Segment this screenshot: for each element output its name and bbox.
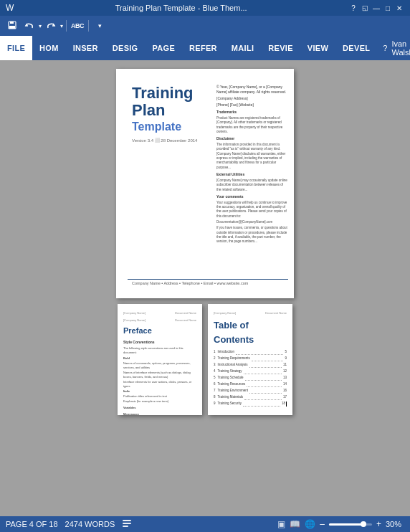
- preface-item-publications: Publication titles referenced in text: [123, 394, 196, 399]
- zoom-fill: [329, 523, 363, 526]
- tab-file[interactable]: FILE: [0, 36, 32, 60]
- save-button[interactable]: [4, 18, 20, 34]
- content-area: Training Plan Template Version 3.4 ⬜ 28 …: [0, 60, 410, 516]
- status-bar: PAGE 4 OF 18 2474 WORDS ▣ 📖 🌐 – + 30%: [0, 516, 410, 532]
- toc-label-8: Training Materials: [218, 395, 244, 400]
- toc-page-3: 11: [283, 363, 287, 368]
- preface-item-monospace: Monospace: [123, 412, 196, 415]
- toc-num-2: 2: [214, 356, 216, 361]
- preface-item-interface: Names of interface elements (such as dia…: [123, 371, 196, 379]
- title-bar: W Training Plan Template - Blue Them... …: [0, 0, 410, 16]
- svg-rect-5: [123, 526, 128, 527]
- preface-section-title: Style Conventions: [123, 340, 196, 346]
- toc-num-9: 9: [214, 402, 216, 407]
- toc-page-2: 9: [285, 356, 287, 361]
- toc-page-9: 18: [282, 402, 285, 407]
- zoom-level: 30%: [386, 520, 404, 528]
- tab-page[interactable]: PAGE: [145, 36, 182, 60]
- toc-page-6: 14: [283, 382, 287, 387]
- tab-design[interactable]: DESIG: [105, 36, 146, 60]
- help-button[interactable]: ?: [348, 3, 358, 13]
- read-mode-btn[interactable]: 📖: [290, 519, 300, 529]
- preface-item-actions: Interface elements for user actions, cli…: [123, 380, 196, 389]
- spellcheck-button[interactable]: ABC: [70, 18, 85, 34]
- tab-mailings[interactable]: MAILI: [224, 36, 261, 60]
- zoom-plus-btn[interactable]: +: [376, 519, 381, 529]
- toc-page-5: 13: [283, 376, 287, 381]
- toc-label-9: Training Security: [218, 402, 242, 407]
- toc-num-4: 4: [214, 369, 216, 374]
- document-right-column: © Year, [Company Name], or a [Company Na…: [216, 85, 288, 246]
- tab-references[interactable]: REFER: [182, 36, 224, 60]
- maximize-button[interactable]: □: [383, 3, 393, 13]
- minimize-button[interactable]: —: [371, 3, 381, 13]
- main-page: Training Plan Template Version 3.4 ⬜ 28 …: [116, 69, 294, 298]
- undo-button[interactable]: [22, 18, 37, 34]
- zoom-thumb: [361, 521, 366, 527]
- status-right: ▣ 📖 🌐 – + 30%: [277, 519, 404, 529]
- word-count-icon[interactable]: [122, 518, 132, 531]
- svg-rect-3: [123, 520, 131, 521]
- preface-item-emphasis: Emphasis (for example a new term): [123, 399, 196, 404]
- top-pages-row: Training Plan Template Version 3.4 ⬜ 28 …: [116, 69, 294, 298]
- preface-item-italic: Italic: [123, 389, 196, 394]
- status-left: PAGE 4 OF 18 2474 WORDS: [6, 518, 132, 531]
- toc-item-9: 9 Training Security 18: [214, 402, 287, 407]
- toc-header-left: [Company Name]: [214, 311, 236, 315]
- tab-insert[interactable]: INSER: [66, 36, 105, 60]
- zoom-slider[interactable]: [329, 523, 372, 526]
- toc-list: 1 Introduction 5 2 Training Requirements…: [214, 350, 287, 407]
- quick-access-toolbar: ▾ ▾ ABC ▾: [0, 16, 410, 36]
- preface-header-left2: [Company Name]: [123, 318, 146, 323]
- word-count: 2474 WORDS: [65, 520, 115, 528]
- window-title: Training Plan Template - Blue Them...: [14, 4, 348, 12]
- redo-dropdown[interactable]: ▾: [60, 23, 63, 29]
- toc-item-6: 6 Training Resources 14: [214, 382, 287, 387]
- title-bar-controls: ? ◱ — □ ✕: [348, 3, 404, 13]
- undo-dropdown[interactable]: ▾: [39, 23, 42, 29]
- zoom-minus-btn[interactable]: –: [320, 519, 325, 529]
- bottom-pages-row: [Company Name] Document Name [Company Na…: [118, 304, 292, 415]
- toc-num-5: 5: [214, 376, 216, 381]
- preface-header-right: Document Name: [175, 311, 196, 315]
- preface-header-left: [Company Name]: [123, 311, 146, 315]
- svg-rect-1: [10, 22, 14, 24]
- toc-label-4: Training Strategy: [218, 369, 242, 374]
- toc-page-8: 17: [283, 395, 287, 400]
- svg-rect-2: [9, 26, 15, 29]
- document-bottom-info: Company Name • Address • Telephone • Ema…: [132, 281, 248, 285]
- preface-body-intro: The following style conventions are used…: [123, 346, 196, 355]
- preface-header: [Company Name] Document Name: [123, 311, 196, 315]
- page-info: PAGE 4 OF 18: [6, 520, 58, 528]
- preface-header-right2: Document Name: [175, 318, 196, 323]
- web-layout-btn[interactable]: 🌐: [305, 519, 315, 529]
- tab-review[interactable]: REVIE: [261, 36, 300, 60]
- toc-item-7: 7 Training Environment 16: [214, 389, 287, 394]
- restore-button[interactable]: ◱: [360, 3, 370, 13]
- preface-title: Preface: [123, 325, 196, 337]
- tab-view[interactable]: VIEW: [300, 36, 335, 60]
- preface-item-variables: Variables: [123, 406, 196, 410]
- tab-developer[interactable]: DEVEL: [335, 36, 377, 60]
- toc-label-3: Instructional Analysis: [218, 363, 248, 368]
- toc-page-7: 16: [283, 389, 287, 394]
- redo-button[interactable]: [43, 18, 59, 34]
- toc-item-3: 3 Instructional Analysis 11: [214, 363, 287, 368]
- toc-item-8: 8 Training Materials 17: [214, 395, 287, 400]
- customize-quick-access[interactable]: ▾: [92, 18, 108, 34]
- tab-home[interactable]: HOM: [32, 36, 66, 60]
- ribbon: FILE HOM INSER DESIG PAGE REFER MAILI RE…: [0, 36, 410, 60]
- toc-header: [Company Name] Document Name: [214, 311, 287, 315]
- print-layout-view-btn[interactable]: ▣: [277, 519, 285, 529]
- help-question-icon[interactable]: ?: [383, 44, 387, 52]
- title-bar-left: W: [6, 3, 14, 13]
- document-title: Training Plan: [132, 85, 225, 119]
- toc-num-6: 6: [214, 382, 216, 387]
- toc-num-3: 3: [214, 363, 216, 368]
- preface-item-bold: Bold: [123, 356, 196, 361]
- toc-title: Table of Contents: [214, 318, 287, 346]
- toc-label-1: Introduction: [218, 350, 235, 355]
- user-name: Ivan Walsh: [391, 39, 410, 57]
- toc-header-right: Document Name: [265, 311, 287, 315]
- close-button[interactable]: ✕: [394, 3, 404, 13]
